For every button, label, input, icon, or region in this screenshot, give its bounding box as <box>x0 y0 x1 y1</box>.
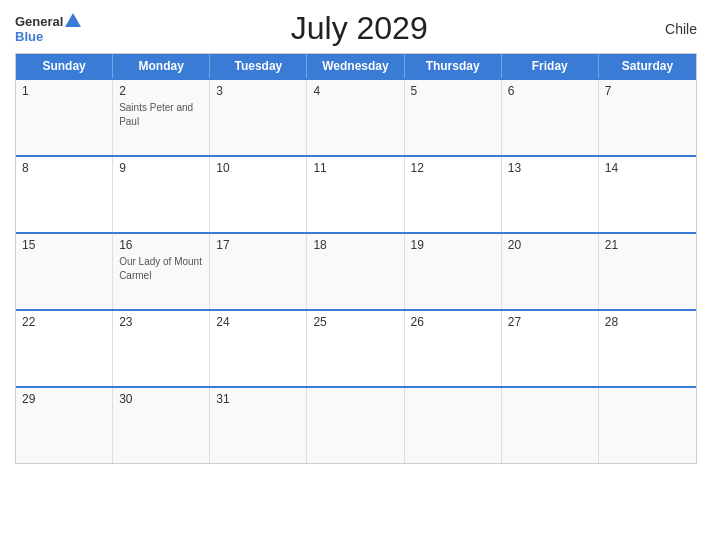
cell-empty-2 <box>405 388 502 463</box>
cell-jul-12: 12 <box>405 157 502 232</box>
day-header-tuesday: Tuesday <box>210 54 307 78</box>
cell-jul-20: 20 <box>502 234 599 309</box>
cell-jul-5: 5 <box>405 80 502 155</box>
cell-jul-2: 2Saints Peter and Paul <box>113 80 210 155</box>
header: General Blue July 2029 Chile <box>15 10 697 47</box>
cell-jul-13: 13 <box>502 157 599 232</box>
day-header-sunday: Sunday <box>16 54 113 78</box>
day-header-monday: Monday <box>113 54 210 78</box>
cell-jul-31: 31 <box>210 388 307 463</box>
cell-jul-4: 4 <box>307 80 404 155</box>
cell-jul-10: 10 <box>210 157 307 232</box>
calendar-week-2: 8 9 10 11 12 13 14 <box>16 155 696 232</box>
cell-jul-24: 24 <box>210 311 307 386</box>
calendar-week-1: 1 2Saints Peter and Paul 3 4 5 6 7 <box>16 78 696 155</box>
cell-jul-28: 28 <box>599 311 696 386</box>
calendar-grid: Sunday Monday Tuesday Wednesday Thursday… <box>15 53 697 464</box>
logo-triangle-icon <box>65 13 81 27</box>
cell-jul-19: 19 <box>405 234 502 309</box>
calendar-title: July 2029 <box>81 10 637 47</box>
cell-jul-25: 25 <box>307 311 404 386</box>
calendar-body: 1 2Saints Peter and Paul 3 4 5 6 7 8 9 1… <box>16 78 696 463</box>
cell-jul-18: 18 <box>307 234 404 309</box>
cell-empty-3 <box>502 388 599 463</box>
logo-general: General <box>15 14 63 29</box>
cell-jul-3: 3 <box>210 80 307 155</box>
cell-empty-1 <box>307 388 404 463</box>
calendar-page: General Blue July 2029 Chile Sunday Mond… <box>0 0 712 550</box>
cell-jul-1: 1 <box>16 80 113 155</box>
cell-empty-4 <box>599 388 696 463</box>
cell-jul-9: 9 <box>113 157 210 232</box>
cell-jul-21: 21 <box>599 234 696 309</box>
cell-jul-14: 14 <box>599 157 696 232</box>
cell-jul-27: 27 <box>502 311 599 386</box>
logo: General Blue <box>15 13 81 44</box>
cell-jul-15: 15 <box>16 234 113 309</box>
day-header-wednesday: Wednesday <box>307 54 404 78</box>
calendar-week-4: 22 23 24 25 26 27 28 <box>16 309 696 386</box>
cell-jul-16: 16Our Lady of Mount Carmel <box>113 234 210 309</box>
cell-jul-11: 11 <box>307 157 404 232</box>
calendar-week-3: 15 16Our Lady of Mount Carmel 17 18 19 2… <box>16 232 696 309</box>
day-header-thursday: Thursday <box>405 54 502 78</box>
cell-jul-17: 17 <box>210 234 307 309</box>
day-header-friday: Friday <box>502 54 599 78</box>
cell-jul-7: 7 <box>599 80 696 155</box>
cell-jul-30: 30 <box>113 388 210 463</box>
calendar-header: Sunday Monday Tuesday Wednesday Thursday… <box>16 54 696 78</box>
cell-jul-8: 8 <box>16 157 113 232</box>
cell-jul-23: 23 <box>113 311 210 386</box>
calendar-week-5: 29 30 31 <box>16 386 696 463</box>
logo-blue: Blue <box>15 29 43 44</box>
day-header-saturday: Saturday <box>599 54 696 78</box>
cell-jul-26: 26 <box>405 311 502 386</box>
cell-jul-29: 29 <box>16 388 113 463</box>
country-label: Chile <box>637 21 697 37</box>
cell-jul-22: 22 <box>16 311 113 386</box>
cell-jul-6: 6 <box>502 80 599 155</box>
